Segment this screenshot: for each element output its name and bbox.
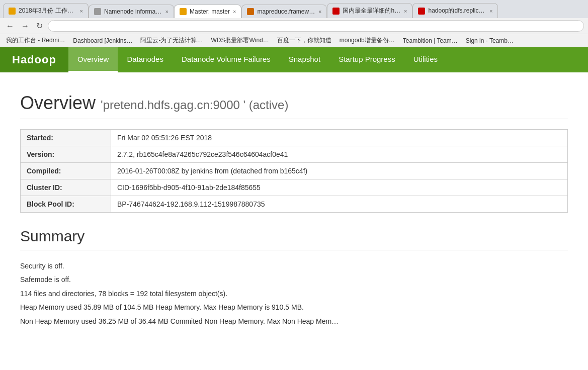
tab-favicon <box>418 8 425 15</box>
browser-tab[interactable]: mapreduce.framework…× <box>241 5 327 18</box>
nav-item-utilities[interactable]: Utilities <box>404 47 447 72</box>
forward-button[interactable]: → <box>19 21 31 32</box>
bookmarks-bar: 我的工作台 - Redmi…Dashboard [Jenkins…阿里云-为了无… <box>0 34 588 47</box>
tab-favicon <box>247 8 254 15</box>
tab-favicon <box>9 8 16 15</box>
hadoop-brand: Hadoop <box>0 47 68 72</box>
nav-item-datanodes[interactable]: Datanodes <box>118 47 173 72</box>
table-value: CID-1696f5bb-d905-4f10-91ab-2de184f85655 <box>111 179 568 196</box>
divider <box>20 119 568 119</box>
bookmark-item[interactable]: 阿里云-为了无法计算… <box>138 36 205 45</box>
table-key: Block Pool ID: <box>21 196 111 213</box>
summary-divider <box>20 250 568 250</box>
tab-close-button[interactable]: × <box>80 8 83 14</box>
summary-line: Security is off. <box>20 260 568 271</box>
nav-item-overview[interactable]: Overview <box>68 47 118 72</box>
tab-bar: 2018年3月份 工作记录…×Namenode informatio…×Mast… <box>0 0 588 18</box>
tab-label: 2018年3月份 工作记录… <box>19 7 77 15</box>
tab-close-button[interactable]: × <box>165 9 169 15</box>
bookmark-item[interactable]: WDS批量部署Wind… <box>209 36 271 45</box>
hadoop-nav: Hadoop OverviewDatanodesDatanode Volume … <box>0 47 588 72</box>
table-key: Cluster ID: <box>21 179 111 196</box>
tab-favicon <box>94 8 101 15</box>
summary-section: Security is off.Safemode is off.114 file… <box>20 260 568 327</box>
page-title: Overview 'pretend.hdfs.gag.cn:9000 ' (ac… <box>20 92 568 114</box>
browser-tab[interactable]: 2018年3月份 工作记录…× <box>3 3 89 18</box>
table-value: 2.7.2, rb165c4fe8a74265c792ce23f546c6460… <box>111 146 568 163</box>
back-button[interactable]: ← <box>4 21 16 32</box>
table-key: Started: <box>21 130 111 146</box>
table-row: Block Pool ID:BP-746744624-192.168.9.112… <box>21 196 568 213</box>
tab-label: Master: master <box>190 8 230 15</box>
address-input[interactable]: pretend.hdfs.gag.cn:50070/dfshealth.html… <box>48 20 584 32</box>
reload-button[interactable]: ↻ <box>34 20 45 32</box>
bookmark-item[interactable]: 我的工作台 - Redmi… <box>4 36 67 45</box>
browser-tab[interactable]: hadoop的dfs.replicatio…× <box>412 3 498 18</box>
tab-close-button[interactable]: × <box>489 8 492 14</box>
table-value: 2016-01-26T00:08Z by jenkins from (detac… <box>111 163 568 179</box>
table-key: Version: <box>21 146 111 163</box>
summary-line: Heap Memory used 35.89 MB of 104.5 MB He… <box>20 302 568 313</box>
summary-line: Safemode is off. <box>20 274 568 285</box>
bookmark-item[interactable]: mongodb增量备份… <box>338 36 397 45</box>
overview-table: Started:Fri Mar 02 05:51:26 EST 2018Vers… <box>20 129 568 213</box>
table-value: BP-746744624-192.168.9.112-1519987880735 <box>111 196 568 213</box>
nav-item-snapshot[interactable]: Snapshot <box>280 47 329 72</box>
tab-label: Namenode informatio… <box>104 8 162 15</box>
nav-item-datanode-volume-failures[interactable]: Datanode Volume Failures <box>173 47 280 72</box>
browser-chrome: 2018年3月份 工作记录…×Namenode informatio…×Mast… <box>0 0 588 47</box>
bookmark-item[interactable]: Sign in - Teamb… <box>464 37 516 45</box>
browser-tab[interactable]: Master: master× <box>174 5 241 18</box>
overview-host: 'pretend.hdfs.gag.cn:9000 ' (active) <box>101 98 288 112</box>
table-row: Version:2.7.2, rb165c4fe8a74265c792ce23f… <box>21 146 568 163</box>
tab-label: mapreduce.framework… <box>257 8 315 15</box>
tab-label: hadoop的dfs.replicatio… <box>428 7 486 15</box>
browser-tab[interactable]: 国内最全最详细的hado…× <box>327 3 412 18</box>
tab-close-button[interactable]: × <box>404 8 407 14</box>
summary-line: 114 files and directories, 78 blocks = 1… <box>20 288 568 299</box>
table-key: Compiled: <box>21 163 111 179</box>
tab-label: 国内最全最详细的hado… <box>343 7 401 15</box>
main-content: Overview 'pretend.hdfs.gag.cn:9000 ' (ac… <box>0 72 588 339</box>
bookmark-item[interactable]: Teambition | Team… <box>401 37 460 45</box>
tab-close-button[interactable]: × <box>318 9 321 15</box>
table-row: Started:Fri Mar 02 05:51:26 EST 2018 <box>21 130 568 146</box>
tab-favicon <box>180 8 187 15</box>
bookmark-item[interactable]: 百度一下，你就知道 <box>275 36 333 45</box>
summary-title: Summary <box>20 228 568 245</box>
table-row: Cluster ID:CID-1696f5bb-d905-4f10-91ab-2… <box>21 179 568 196</box>
nav-item-startup-progress[interactable]: Startup Progress <box>329 47 404 72</box>
tab-close-button[interactable]: × <box>233 9 236 15</box>
address-bar-row: ← → ↻ pretend.hdfs.gag.cn:50070/dfshealt… <box>0 18 588 34</box>
table-value: Fri Mar 02 05:51:26 EST 2018 <box>111 130 568 146</box>
browser-tab[interactable]: Namenode informatio…× <box>89 5 174 18</box>
bookmark-item[interactable]: Dashboard [Jenkins… <box>71 37 134 45</box>
summary-line: Non Heap Memory used 36.25 MB of 36.44 M… <box>20 316 568 327</box>
table-row: Compiled:2016-01-26T00:08Z by jenkins fr… <box>21 163 568 179</box>
tab-favicon <box>332 8 340 15</box>
